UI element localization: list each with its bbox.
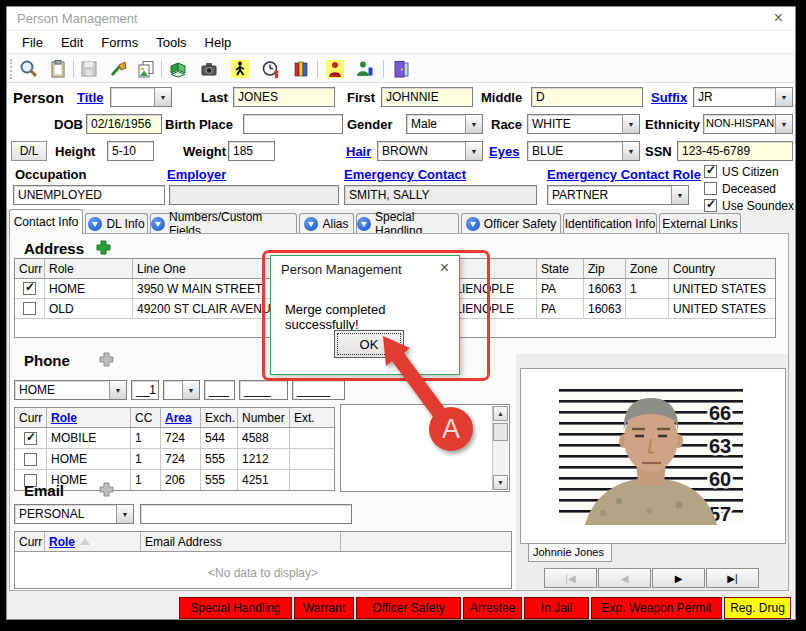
phone-row[interactable]: HOME 1 724 555 1212: [15, 449, 334, 470]
dl-button[interactable]: D/L: [11, 141, 47, 161]
status-reg-drug[interactable]: Reg. Drug: [724, 597, 791, 619]
title-combo[interactable]: ▼: [110, 87, 172, 107]
phone-cc-field[interactable]: __1: [131, 380, 159, 400]
emergency-contact-link[interactable]: Emergency Contact: [344, 167, 466, 182]
col-role[interactable]: Role: [47, 408, 131, 427]
menu-tools[interactable]: Tools: [149, 33, 193, 52]
employer-field[interactable]: [169, 185, 339, 205]
address-book-icon[interactable]: [166, 57, 190, 81]
phone-area-field[interactable]: ___: [204, 380, 235, 400]
tab-identification-info[interactable]: Identification Info: [563, 213, 657, 234]
scroll-thumb[interactable]: [493, 423, 508, 441]
employer-link[interactable]: Employer: [167, 167, 226, 182]
col-curr[interactable]: Curr: [15, 259, 45, 278]
add-address-icon[interactable]: [96, 240, 111, 259]
col-zip[interactable]: Zip: [584, 259, 626, 278]
col-country[interactable]: Country: [669, 259, 775, 278]
occupation-field[interactable]: UNEMPLOYED: [13, 185, 165, 205]
dob-field[interactable]: 02/16/1956: [86, 114, 162, 134]
col-number[interactable]: Number: [238, 408, 290, 427]
vertical-scrollbar[interactable]: ▲ ▼: [492, 406, 508, 490]
phone-row[interactable]: MOBILE 1 724 544 4588: [15, 428, 334, 449]
height-field[interactable]: 5-10: [107, 141, 154, 161]
suffix-link[interactable]: Suffix: [651, 90, 687, 105]
col-curr[interactable]: Curr: [15, 408, 47, 427]
chevron-down-icon[interactable]: ▼: [465, 142, 482, 160]
status-arrestee[interactable]: Arrestee: [463, 597, 522, 619]
col-exch[interactable]: Exch.: [201, 408, 238, 427]
curr-checkbox[interactable]: [23, 282, 36, 295]
phone-notes-box[interactable]: ▲ ▼: [340, 404, 510, 492]
add-email-icon[interactable]: [99, 482, 114, 501]
clock-schedule-icon[interactable]: [259, 57, 283, 81]
search-icon[interactable]: [16, 57, 40, 81]
tab-alias[interactable]: Alias: [299, 213, 354, 234]
col-cc[interactable]: CC: [131, 408, 161, 427]
col-state[interactable]: State: [537, 259, 584, 278]
status-warrant[interactable]: Warrant: [294, 597, 354, 619]
phone-exchange-field[interactable]: ____: [239, 380, 288, 400]
save-icon[interactable]: [77, 57, 101, 81]
phone-number-field[interactable]: _____: [292, 380, 345, 400]
col-zone[interactable]: Zone: [626, 259, 669, 278]
photo-prev-button[interactable]: ◀: [598, 568, 651, 588]
scroll-up-icon[interactable]: ▲: [493, 406, 508, 421]
tab-numbers-custom-fields[interactable]: Numbers/Custom Fields: [150, 213, 297, 234]
photo-last-button[interactable]: ▶|: [706, 568, 759, 588]
eyes-link[interactable]: Eyes: [489, 144, 519, 159]
hair-link[interactable]: Hair: [346, 144, 371, 159]
menu-edit[interactable]: Edit: [54, 33, 90, 52]
photo-first-button[interactable]: |◀: [544, 568, 597, 588]
phone-role-combo[interactable]: HOME▼: [14, 380, 127, 400]
birth-place-field[interactable]: [243, 114, 343, 134]
camera-icon[interactable]: [197, 57, 221, 81]
cleanup-broom-icon[interactable]: [106, 57, 130, 81]
col-email-address[interactable]: Email Address: [141, 532, 341, 551]
chevron-down-icon[interactable]: ▼: [182, 381, 199, 399]
menu-help[interactable]: Help: [198, 33, 239, 52]
status-officer-safety[interactable]: Officer Safety: [356, 597, 461, 619]
copy-image-icon[interactable]: [134, 57, 158, 81]
person-alert-icon[interactable]: [323, 57, 347, 81]
exit-door-icon[interactable]: [389, 57, 413, 81]
ssn-field[interactable]: 123-45-6789: [677, 141, 793, 161]
tab-officer-safety[interactable]: Officer Safety: [461, 213, 561, 234]
chevron-down-icon[interactable]: ▼: [109, 381, 126, 399]
tab-external-links[interactable]: External Links: [659, 213, 741, 234]
gender-combo[interactable]: Male▼: [406, 114, 483, 134]
menu-forms[interactable]: Forms: [94, 33, 145, 52]
phone-type-combo[interactable]: ▼: [163, 380, 200, 400]
email-address-field[interactable]: [140, 504, 352, 524]
suffix-combo[interactable]: JR▼: [693, 87, 793, 107]
photo-next-button[interactable]: ▶: [652, 568, 705, 588]
tab-dl-info[interactable]: DL Info: [85, 213, 148, 234]
us-citizen-checkbox[interactable]: [704, 165, 717, 178]
col-role[interactable]: Role: [45, 532, 141, 551]
menu-file[interactable]: File: [15, 33, 50, 52]
emergency-contact-role-link[interactable]: Emergency Contact Role: [547, 167, 701, 182]
ok-button[interactable]: OK: [334, 330, 404, 358]
walking-person-icon[interactable]: [228, 57, 252, 81]
weight-field[interactable]: 185: [228, 141, 275, 161]
emergency-contact-field[interactable]: SMITH, SALLY: [344, 185, 537, 205]
status-exp-weapon-permit[interactable]: Exp. Weapon Permit: [591, 597, 722, 619]
books-icon[interactable]: [289, 57, 313, 81]
curr-checkbox[interactable]: [23, 302, 36, 315]
last-name-field[interactable]: JONES: [233, 87, 335, 107]
col-line-one[interactable]: Line One: [133, 259, 281, 278]
tab-contact-info[interactable]: Contact Info: [9, 209, 83, 234]
title-link[interactable]: Title: [77, 90, 104, 105]
add-phone-icon[interactable]: [99, 352, 114, 371]
curr-checkbox[interactable]: [24, 453, 37, 466]
person-approve-icon[interactable]: [353, 57, 377, 81]
emergency-contact-role-combo[interactable]: PARTNER▼: [547, 185, 689, 205]
status-in-jail[interactable]: In Jail: [524, 597, 589, 619]
photo-tab[interactable]: Johnnie Jones: [528, 544, 612, 562]
race-combo[interactable]: WHITE▼: [527, 114, 640, 134]
chevron-down-icon[interactable]: ▼: [671, 186, 688, 204]
clipboard-icon[interactable]: [46, 57, 70, 81]
chevron-down-icon[interactable]: ▼: [775, 88, 792, 106]
curr-checkbox[interactable]: [24, 432, 37, 445]
col-curr[interactable]: Curr: [15, 532, 45, 551]
middle-name-field[interactable]: D: [531, 87, 643, 107]
